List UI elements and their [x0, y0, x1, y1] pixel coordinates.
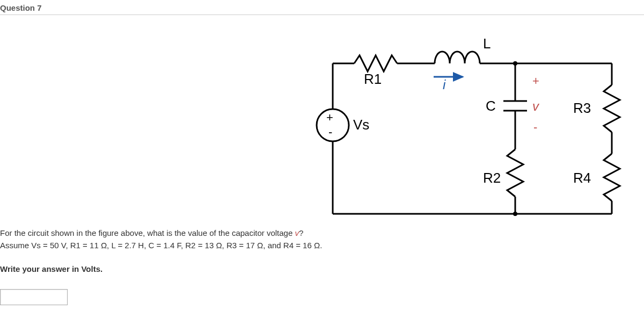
current-arrow: i [434, 77, 463, 92]
capacitor-c: C [486, 63, 527, 149]
inductor-l: L [435, 35, 491, 63]
prompt-line-2: Assume Vs = 50 V, R1 = 11 Ω, L = 2.7 H, … [0, 240, 322, 252]
cap-voltage-polarity: + v - [532, 74, 540, 134]
v-label: v [532, 99, 540, 113]
vs-minus: - [328, 125, 332, 139]
r2-label: R2 [483, 170, 501, 186]
resistor-r1: R1 [354, 55, 397, 87]
answer-input[interactable] [0, 289, 68, 305]
prompt-text: For the circuit shown in the figure abov… [0, 227, 322, 276]
prompt-line-3: Write your answer in Volts. [0, 263, 322, 276]
r4-label: R4 [573, 170, 591, 186]
current-label: i [443, 77, 446, 92]
v-minus: - [533, 120, 537, 134]
voltage-source: + - Vs [317, 63, 369, 214]
question-body: + - Vs R1 L i [0, 15, 644, 316]
circuit-diagram: + - Vs R1 L i [301, 26, 633, 230]
c-label: C [486, 98, 496, 114]
resistor-r2: R2 [483, 149, 523, 214]
r3-label: R3 [573, 100, 591, 116]
prompt-line-1: For the circuit shown in the figure abov… [0, 227, 322, 240]
prompt-var-v: v [295, 228, 299, 237]
question-number: Question 7 [0, 3, 42, 12]
prompt-line-1c: ? [299, 228, 303, 237]
question-header: Question 7 [0, 0, 644, 15]
resistor-r4: R4 [573, 154, 620, 201]
resistor-r3: R3 [573, 85, 620, 132]
v-plus: + [532, 74, 539, 88]
prompt-line-1a: For the circuit shown in the figure abov… [0, 228, 295, 237]
r1-label: R1 [364, 71, 382, 87]
vs-label: Vs [353, 117, 369, 133]
vs-plus: + [326, 111, 333, 124]
l-label: L [483, 35, 491, 52]
